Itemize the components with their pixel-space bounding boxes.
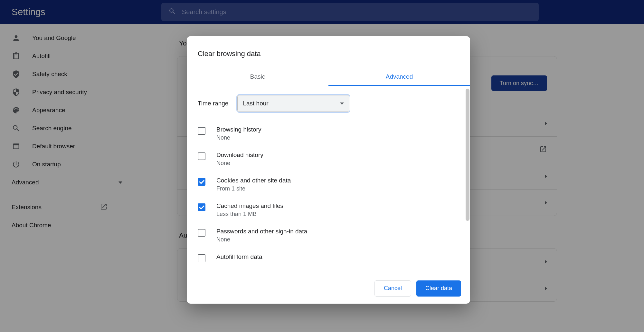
option-sub: None	[216, 236, 307, 243]
option-sub: None	[216, 160, 263, 167]
dialog-footer: Cancel Clear data	[187, 273, 470, 304]
option-cached-images[interactable]: Cached images and files Less than 1 MB	[198, 197, 459, 223]
option-title: Download history	[216, 151, 263, 159]
option-download-history[interactable]: Download history None	[198, 146, 459, 172]
checkbox[interactable]	[198, 254, 205, 262]
checkbox[interactable]	[198, 229, 205, 237]
option-sub: From 1 site	[216, 185, 291, 192]
dialog-body: Time range Last hour Browsing history No…	[187, 86, 470, 273]
time-range-row: Time range Last hour	[198, 95, 459, 112]
option-autofill-form-data[interactable]: Autofill form data	[198, 248, 459, 267]
tab-advanced[interactable]: Advanced	[328, 68, 470, 86]
checkbox[interactable]	[198, 152, 205, 160]
dialog-tabs: Basic Advanced	[187, 68, 470, 86]
option-title: Cached images and files	[216, 202, 283, 210]
dialog-title: Clear browsing data	[187, 36, 470, 68]
dropdown-value: Last hour	[243, 100, 268, 107]
cancel-button[interactable]: Cancel	[374, 280, 411, 297]
checkbox[interactable]	[198, 178, 205, 186]
option-title: Cookies and other site data	[216, 177, 291, 184]
option-sub: None	[216, 134, 261, 141]
time-range-dropdown[interactable]: Last hour	[237, 95, 349, 112]
option-title: Passwords and other sign-in data	[216, 228, 307, 235]
checkbox[interactable]	[198, 127, 205, 135]
option-title: Autofill form data	[216, 253, 262, 260]
clear-data-button[interactable]: Clear data	[416, 280, 461, 297]
option-browsing-history[interactable]: Browsing history None	[198, 121, 459, 146]
time-range-label: Time range	[198, 100, 228, 107]
checkbox[interactable]	[198, 203, 205, 211]
option-cookies[interactable]: Cookies and other site data From 1 site	[198, 172, 459, 197]
option-title: Browsing history	[216, 126, 261, 133]
scrollbar[interactable]	[466, 89, 469, 221]
tab-basic[interactable]: Basic	[187, 68, 328, 86]
option-sub: Less than 1 MB	[216, 211, 283, 218]
chevron-down-icon	[340, 103, 344, 105]
option-passwords[interactable]: Passwords and other sign-in data None	[198, 223, 459, 248]
clear-browsing-data-dialog: Clear browsing data Basic Advanced Time …	[187, 36, 470, 304]
